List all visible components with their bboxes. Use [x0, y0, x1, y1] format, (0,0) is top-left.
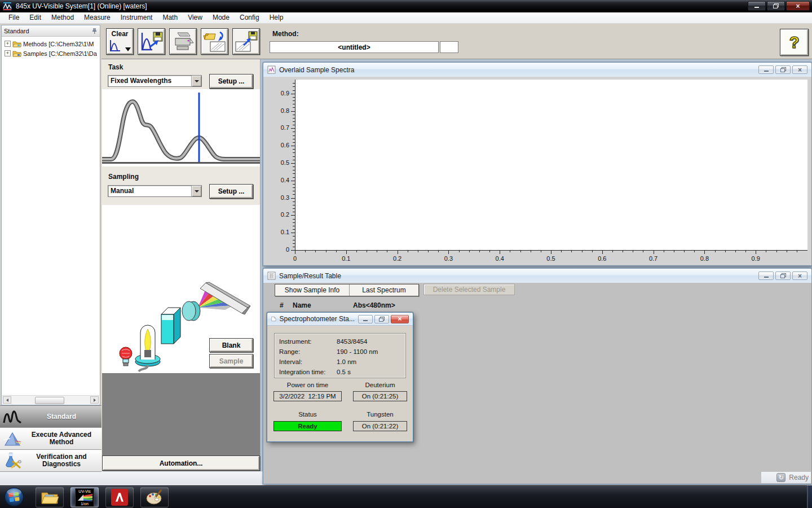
restore-button[interactable] [767, 1, 785, 11]
spectrophotometer-status-dialog: Spectrophotometer Sta... × Instrument:84… [267, 312, 413, 442]
close-button[interactable]: × [391, 315, 409, 323]
menu-item-file[interactable]: File [3, 12, 24, 23]
clear-button[interactable]: Clear [106, 28, 134, 55]
result-window-titlebar[interactable]: Sample/Result Table × [263, 269, 811, 283]
show-desktop-button[interactable] [807, 485, 812, 508]
print-button[interactable] [169, 28, 197, 55]
menu-item-config[interactable]: Config [235, 12, 264, 23]
help-button[interactable]: ? [780, 29, 809, 56]
menu-item-mode[interactable]: Mode [208, 12, 235, 23]
x-major-tick [346, 251, 347, 254]
close-button[interactable]: × [792, 65, 807, 74]
os-titlebar[interactable]: 845x UV-Visible System[1] (Online) [wate… [0, 0, 812, 12]
expand-icon[interactable]: + [5, 41, 11, 47]
y-major-tick [291, 215, 295, 216]
x-minor-tick [326, 251, 326, 252]
taskbar-adobe-button[interactable] [105, 487, 134, 507]
dropdown-arrow-icon [125, 47, 131, 51]
minimize-button[interactable] [758, 271, 774, 280]
method-name-field[interactable] [270, 41, 439, 53]
scroll-left-button[interactable] [3, 396, 11, 404]
expand-icon[interactable]: + [5, 50, 11, 56]
minimize-button[interactable] [358, 315, 373, 323]
menu-item-measure[interactable]: Measure [79, 12, 116, 23]
uvvis-icon-sublabel: 1/on [81, 502, 89, 506]
mode-execute-advanced-method[interactable]: Execute Advanced Method [0, 428, 102, 450]
task-mode-value: Fixed Wavelengths [108, 76, 191, 86]
taskbar-paint-button[interactable] [140, 487, 169, 507]
y-minor-tick [293, 135, 295, 136]
mode-label: Execute Advanced Method [25, 431, 102, 446]
start-button[interactable] [3, 487, 25, 507]
blank-button[interactable]: Blank [209, 338, 253, 352]
menu-item-view[interactable]: View [183, 12, 208, 23]
x-minor-tick [623, 251, 623, 252]
mode-verification-diagnostics[interactable]: Verification and Diagnostics [0, 450, 102, 472]
restore-button[interactable] [775, 65, 791, 74]
close-button[interactable]: × [792, 271, 807, 280]
menu-item-help[interactable]: Help [264, 12, 289, 23]
menu-item-math[interactable]: Math [157, 12, 183, 23]
sample-label: Sample [219, 357, 244, 365]
sample-button[interactable]: Sample [209, 354, 253, 368]
x-tick-label: 0.4 [491, 255, 508, 262]
close-button[interactable]: × [786, 1, 810, 11]
tree-item-methods[interactable]: + Methods [C:\Chem32\1\M [2, 39, 100, 49]
chevron-down-icon[interactable] [191, 186, 201, 196]
x-minor-tick [356, 251, 357, 252]
power-on-time-text: 3/2/2022 12:19 PM [279, 393, 336, 400]
folder-icon [12, 50, 21, 57]
chevron-down-icon[interactable] [191, 76, 201, 86]
task-setup-button[interactable]: Setup ... [209, 74, 253, 89]
y-minor-tick [293, 247, 295, 247]
show-sample-info-button[interactable]: Show Sample Info [275, 284, 350, 296]
y-tick-label: 0.5 [263, 159, 289, 166]
menu-item-instrument[interactable]: Instrument [116, 12, 158, 23]
blank-label: Blank [222, 341, 241, 349]
task-mode-dropdown[interactable]: Fixed Wavelengths [108, 75, 202, 87]
x-major-tick [398, 251, 398, 254]
taskbar-uvvis-button[interactable]: UV-Vis 1/on [70, 487, 99, 507]
horizontal-scrollbar[interactable] [2, 395, 99, 404]
menu-item-method[interactable]: Method [46, 12, 79, 23]
task-panel-filler [102, 373, 260, 456]
mode-standard[interactable]: Standard [0, 406, 102, 428]
load-method-icon [203, 30, 227, 53]
result-window-title: Sample/Result Table [279, 272, 341, 280]
x-minor-tick [787, 251, 787, 252]
explorer-header[interactable]: Standard [2, 25, 100, 37]
tree-item-samples[interactable]: + Samples [C:\Chem32\1\Da [2, 49, 100, 58]
status-dialog-titlebar[interactable]: Spectrophotometer Sta... × [267, 313, 413, 326]
explorer-tree: + Methods [C:\Chem32\1\M + Samples [C:\C… [2, 37, 100, 58]
menu-item-edit[interactable]: Edit [24, 12, 46, 23]
deuterium-label: Deuterium [353, 382, 407, 388]
app-icon [3, 2, 12, 11]
save-method-button[interactable] [232, 28, 260, 55]
last-spectrum-label: Last Spectrum [362, 286, 405, 294]
save-spectra-button[interactable] [138, 28, 165, 55]
spectra-window-titlebar[interactable]: Overlaid Sample Spectra × [263, 63, 811, 77]
method-suffix-field[interactable] [440, 41, 458, 53]
scroll-right-button[interactable] [90, 396, 99, 404]
automation-button[interactable]: Automation... [102, 456, 260, 471]
y-minor-tick [293, 184, 295, 185]
scrollbar-thumb[interactable] [35, 397, 64, 404]
automation-label: Automation... [160, 459, 203, 467]
delete-selected-sample-button[interactable]: Delete Selected Sample [423, 284, 515, 295]
sampling-setup-button[interactable]: Setup ... [209, 184, 253, 199]
load-method-button[interactable] [201, 28, 228, 55]
spectra-window-title: Overlaid Sample Spectra [279, 66, 354, 74]
y-minor-tick [293, 212, 295, 212]
restore-button[interactable] [374, 315, 389, 323]
file-explorer-icon [41, 490, 59, 505]
restore-button[interactable] [775, 271, 791, 280]
minimize-button[interactable] [748, 1, 766, 11]
minimize-button[interactable] [758, 65, 774, 74]
y-tick-label: 0.3 [263, 194, 289, 201]
last-spectrum-button[interactable]: Last Spectrum [350, 284, 418, 296]
pin-icon[interactable] [91, 28, 98, 34]
tree-item-label: Methods [C:\Chem32\1\M [23, 41, 94, 47]
save-spectrum-icon [140, 31, 164, 52]
sampling-mode-dropdown[interactable]: Manual [108, 185, 202, 197]
taskbar-explorer-button[interactable] [36, 487, 64, 507]
